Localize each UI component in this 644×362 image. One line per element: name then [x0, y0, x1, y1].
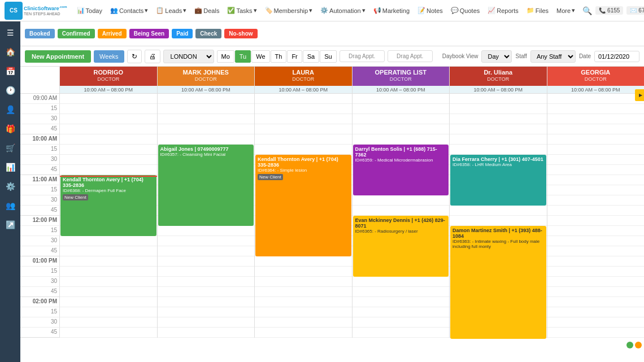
status-dot-orange [635, 342, 642, 348]
phone-badge[interactable]: 📞 6155 [595, 6, 623, 15]
nav-reports[interactable]: 📈 Reports [485, 5, 521, 16]
date-label: Date [579, 53, 591, 59]
nav-contacts[interactable]: 👥 Contacts ▾ [107, 5, 151, 16]
nav-notes[interactable]: 📝 Notes [415, 5, 446, 16]
drag-appointment-1[interactable]: Drag Appt. [340, 50, 385, 62]
refresh-button[interactable]: ↻ [127, 50, 142, 63]
sidebar-home-icon[interactable]: 🏠 [1, 43, 19, 61]
nav-leads[interactable]: 📋 Leads ▾ [153, 5, 189, 16]
time-label: 45 [20, 287, 60, 297]
status-booked-btn[interactable]: Booked [25, 29, 55, 38]
time-label: 45 [20, 165, 60, 175]
day-tu[interactable]: Tu [235, 50, 251, 63]
time-label: 11:00 AM [20, 175, 60, 185]
nav-files[interactable]: 📁 Files [524, 5, 551, 16]
status-check-btn[interactable]: Check [195, 29, 221, 38]
tasks-icon: ✅ [227, 7, 235, 14]
status-arrived-btn[interactable]: Arrived [98, 29, 127, 38]
appointment-evan[interactable]: Evan Mckinney Dennis | +1 (426) 829-8071… [353, 216, 449, 277]
top-navigation: CS ClinicSoftware.com TEN STEPS AHEAD 📊 … [0, 0, 644, 21]
nav-deals[interactable]: 💼 Deals [192, 5, 222, 16]
nav-membership[interactable]: 🏷️ Membership ▾ [262, 5, 316, 16]
nav-marketing[interactable]: 📢 Marketing [371, 5, 412, 16]
doctor-header-rodrigo: Rodrigo DOCTOR [60, 67, 157, 86]
appointment-kendall-laura[interactable]: Kendall Thornton Avery | +1 (704) 335-28… [255, 155, 351, 256]
appt-detail: ID#6368: - Dermapen Full Face [63, 188, 154, 193]
view-select[interactable]: Day [481, 50, 512, 63]
status-being-seen-btn[interactable]: Being Seen [129, 29, 169, 38]
sidebar-share-icon[interactable]: ↗️ [1, 216, 19, 234]
new-client-badge: New Client [63, 194, 88, 200]
nav-quotes[interactable]: 💬 Quotes [448, 5, 482, 16]
nav-tasks[interactable]: ✅ Tasks ▾ [224, 5, 259, 16]
nav-more[interactable]: More ▾ [554, 5, 578, 16]
appointment-dia[interactable]: Dia Ferrara Cherry | +1 (301) 407-4501 I… [450, 155, 546, 206]
appt-name: Darryl Benton Solis | +1 (688) 715-7362 [355, 146, 447, 158]
staff-select[interactable]: Any Staff [530, 50, 576, 63]
time-label: 30 [20, 195, 60, 206]
doctor-column-rodrigo: Rodrigo DOCTOR 10:00 AM – 08:00 PM Kenda… [60, 67, 158, 338]
rodrigo-slots: Kendall Thornton Avery | +1 (704) 335-28… [60, 94, 157, 338]
time-label: 09:00 AM [20, 94, 60, 104]
status-paid-btn[interactable]: Paid [172, 29, 193, 38]
sidebar-gift-icon[interactable]: 🎁 [1, 120, 19, 138]
doctor-header-mark: MARK JOHNES DOCTOR [158, 67, 255, 86]
time-label: 15 [20, 226, 60, 236]
appt-detail: ID#6363: - Intimate waxing - Full body m… [452, 239, 544, 249]
nav-today[interactable]: 📊 Today [74, 5, 105, 16]
doctor-hours-rodrigo: 10:00 AM – 08:00 PM [60, 86, 157, 94]
day-mo[interactable]: Mo [217, 50, 234, 63]
day-su[interactable]: Su [320, 50, 336, 63]
status-no-show-btn[interactable]: No-show [224, 29, 257, 38]
doctor-role-laura: DOCTOR [255, 76, 352, 82]
email-icon: ✉️ [630, 7, 637, 14]
doctor-hours-uliana: 10:00 AM – 08:00 PM [450, 86, 547, 94]
membership-icon: 🏷️ [265, 7, 273, 14]
day-th[interactable]: Th [271, 50, 287, 63]
sidebar-chart-icon[interactable]: 📊 [1, 158, 19, 176]
appointment-abigail[interactable]: Abigail Jones | 07490009777 ID#6357: - C… [158, 145, 254, 226]
right-widget-1[interactable]: ▶ [635, 89, 644, 101]
day-we[interactable]: We [251, 50, 269, 63]
drag-appointment-2[interactable]: Drag Appt. [388, 50, 433, 62]
appointment-damon[interactable]: Damon Martinez Smith | +1 (393) 488-1084… [450, 226, 546, 339]
time-label: 01:00 PM [20, 256, 60, 267]
chart-icon: 📊 [77, 7, 85, 14]
sidebar-clock-icon[interactable]: 🕐 [1, 81, 19, 99]
doctor-name-operating: OPERATING LIST [353, 67, 450, 76]
new-appointment-button[interactable]: New Appointment [25, 50, 91, 63]
logo-icon: CS [5, 2, 23, 20]
sidebar-person-icon[interactable]: 👤 [1, 101, 19, 119]
staff-label: Staff [515, 53, 526, 59]
time-label: 30 [20, 114, 60, 124]
day-fr[interactable]: Fr [287, 50, 302, 63]
sidebar-cart-icon[interactable]: 🛒 [1, 139, 19, 157]
appointment-darryl[interactable]: Darryl Benton Solis | +1 (688) 715-7362 … [353, 145, 449, 195]
time-label: 12:00 PM [20, 216, 60, 226]
sidebar-calendar-icon[interactable]: 📅 [1, 62, 19, 80]
sidebar-menu-icon[interactable]: ☰ [1, 24, 19, 42]
nav-automation[interactable]: ⚙️ Automation ▾ [317, 5, 368, 16]
left-sidebar: ☰ 🏠 📅 🕐 👤 🎁 🛒 📊 ⚙️ 👥 ↗️ [0, 21, 20, 362]
date-input[interactable] [594, 51, 639, 62]
doctor-hours-operating: 10:00 AM – 08:00 PM [353, 86, 450, 94]
status-confirmed-btn[interactable]: Confirmed [58, 29, 95, 38]
laura-slots: Kendall Thornton Avery | +1 (704) 335-28… [255, 94, 352, 338]
time-label: 45 [20, 246, 60, 256]
day-sa[interactable]: Sa [303, 50, 319, 63]
new-client-badge: New Client [258, 174, 283, 180]
sidebar-user-circle-icon[interactable]: 👥 [1, 197, 19, 215]
daybook-view-label: Daybook View [442, 53, 478, 59]
search-icon[interactable]: 🔍 [582, 6, 592, 15]
appt-detail: ID#6357: - Cleansing Mini Facial [160, 152, 252, 157]
appointment-kendall-rodrigo[interactable]: Kendall Thornton Avery | +1 (704) 335-28… [60, 175, 156, 236]
sidebar-settings-icon[interactable]: ⚙️ [1, 177, 19, 195]
calendar-grid: 09:00 AM 15 30 45 10:00 AM 15 30 45 11:0… [20, 67, 644, 338]
automation-icon: ⚙️ [320, 7, 328, 14]
weeks-button[interactable]: Weeks [94, 50, 124, 63]
time-label: 15 [20, 104, 60, 114]
print-button[interactable]: 🖨 [145, 50, 160, 63]
logo: CS ClinicSoftware.com TEN STEPS AHEAD [5, 2, 67, 20]
email-badge[interactable]: ✉️ 678 [626, 6, 644, 15]
location-select[interactable]: LONDON [163, 50, 214, 63]
